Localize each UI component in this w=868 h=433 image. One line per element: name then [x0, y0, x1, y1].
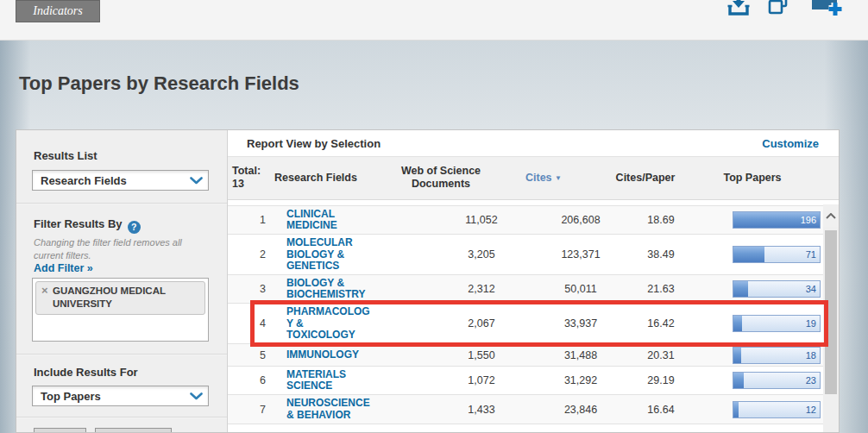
- scroll-up-icon[interactable]: [823, 204, 839, 227]
- results-list-select[interactable]: Research Fields: [32, 170, 209, 191]
- rank-cell: 6: [228, 374, 266, 386]
- vertical-scrollbar[interactable]: [823, 204, 839, 432]
- table-row: 4 PHARMACOLOGY & TOXICOLOGY 2,067 33,937…: [228, 304, 825, 344]
- rank-cell: 1: [228, 214, 266, 226]
- table-row: 3 BIOLOGY & BIOCHEMISTRY 2,312 50,011 21…: [228, 275, 825, 304]
- research-field-link[interactable]: MOLECULAR BIOLOGY & GENETICS: [286, 237, 373, 272]
- research-field-link[interactable]: MATERIALS SCIENCE: [286, 369, 373, 392]
- chevron-down-icon: [184, 392, 208, 400]
- research-field-link[interactable]: NEUROSCIENCE & BEHAVIOR: [286, 398, 373, 420]
- customize-link[interactable]: Customize: [762, 137, 819, 150]
- print-icon[interactable]: [767, 0, 790, 23]
- research-field-link[interactable]: PHARMACOLOGY & TOXICOLOGY: [286, 306, 373, 341]
- cites-per-paper-cell: 18.69: [618, 214, 704, 226]
- sidebar-button[interactable]: [95, 428, 172, 433]
- results-list-value: Research Fields: [33, 174, 184, 187]
- research-field-link[interactable]: BIOLOGY & BIOCHEMISTRY: [286, 278, 373, 300]
- scrollbar-thumb[interactable]: [825, 230, 837, 394]
- report-view-header: Report View by Selection Customize: [228, 130, 839, 157]
- table-row: 5 IMMUNOLOGY 1,550 31,488 20.31 18: [228, 344, 825, 367]
- cites-label: Cites: [525, 172, 552, 184]
- research-field-link[interactable]: CLINICAL MEDICINE: [286, 209, 373, 231]
- top-papers-bar: 23: [733, 372, 821, 389]
- top-papers-value: 23: [806, 375, 816, 386]
- download-icon[interactable]: [727, 0, 750, 23]
- top-papers-value: 71: [806, 249, 816, 260]
- filter-results-heading: Filter Results By?: [34, 217, 141, 234]
- wos-documents-cell: 2,312: [438, 283, 525, 295]
- cites-per-paper-cell: 21.63: [618, 283, 704, 295]
- page-title: Top Papers by Research Fields: [19, 72, 299, 95]
- chevron-down-icon: [184, 177, 208, 185]
- top-papers-bar-fill: [733, 316, 742, 331]
- column-cites-paper: Cites/Paper: [594, 172, 697, 185]
- divider: [16, 417, 227, 418]
- wos-documents-cell: 1,433: [438, 404, 525, 416]
- top-papers-value: 18: [806, 350, 816, 361]
- table-body: 1 CLINICAL MEDICINE 11,052 206,608 18.69…: [228, 205, 825, 424]
- cites-per-paper-cell: 16.64: [618, 404, 704, 416]
- top-papers-value: 34: [806, 284, 816, 294]
- help-icon[interactable]: ?: [128, 221, 141, 234]
- column-wos-documents: Web of Science Documents: [389, 165, 493, 191]
- cites-cell: 33,937: [538, 317, 624, 329]
- top-papers-bar-fill: [733, 348, 741, 363]
- include-results-value: Top Papers: [33, 390, 184, 403]
- rank-cell: 4: [228, 317, 266, 329]
- research-field-link[interactable]: IMMUNOLOGY: [286, 349, 373, 361]
- rank-cell: 3: [228, 283, 266, 295]
- include-results-select[interactable]: Top Papers: [32, 386, 209, 406]
- top-papers-bar: 71: [733, 246, 821, 263]
- cites-per-paper-cell: 20.31: [618, 349, 704, 361]
- cites-cell: 23,846: [538, 404, 624, 416]
- divider: [16, 203, 227, 204]
- top-papers-bar: 196: [733, 211, 821, 229]
- wos-documents-cell: 2,067: [438, 317, 525, 329]
- remove-filter-icon[interactable]: ×: [41, 284, 48, 298]
- cites-cell: 123,371: [538, 248, 624, 260]
- cites-cell: 206,608: [538, 214, 624, 226]
- top-papers-bar: 18: [733, 347, 821, 364]
- report-view-title: Report View by Selection: [247, 137, 381, 150]
- table-row: 2 MOLECULAR BIOLOGY & GENETICS 3,205 123…: [228, 235, 825, 275]
- include-results-heading: Include Results For: [34, 366, 138, 379]
- filter-tag-label: GUANGZHOU MEDICAL UNIVERSITY: [53, 286, 166, 309]
- top-papers-bar-fill: [733, 373, 744, 388]
- top-papers-bar-fill: [733, 247, 764, 262]
- column-top-papers: Top Papers: [701, 172, 804, 185]
- rank-cell: 7: [228, 404, 266, 416]
- cites-per-paper-cell: 29.19: [618, 374, 704, 386]
- filter-list-box: × GUANGZHOU MEDICAL UNIVERSITY: [32, 278, 209, 342]
- wos-documents-cell: 11,052: [438, 214, 525, 226]
- column-header-row: Total: 13 Research Fields Web of Science…: [228, 157, 839, 200]
- filter-tag[interactable]: × GUANGZHOU MEDICAL UNIVERSITY: [35, 281, 205, 315]
- results-list-heading: Results List: [34, 149, 97, 162]
- tab-indicators[interactable]: Indicators: [16, 0, 100, 22]
- top-papers-bar-fill: [733, 281, 748, 297]
- column-research-fields: Research Fields: [264, 172, 368, 185]
- table-row: 1 CLINICAL MEDICINE 11,052 206,608 18.69…: [228, 205, 825, 235]
- cites-per-paper-cell: 16.42: [618, 317, 704, 329]
- filter-results-label: Filter Results By: [34, 217, 123, 230]
- content-panel: Results List Research Fields Filter Resu…: [16, 129, 840, 433]
- add-report-icon[interactable]: [812, 0, 843, 23]
- table-row: 7 NEUROSCIENCE & BEHAVIOR 1,433 23,846 1…: [228, 395, 825, 424]
- sidebar-button[interactable]: [34, 428, 86, 433]
- total-label: Total:: [232, 165, 268, 179]
- column-cites-sort[interactable]: Cites ▼: [492, 172, 595, 185]
- cites-cell: 31,488: [538, 349, 624, 361]
- column-total: Total: 13: [232, 165, 268, 191]
- top-papers-value: 19: [806, 318, 816, 329]
- top-papers-bar: 19: [733, 315, 821, 332]
- wos-documents-cell: 1,072: [438, 374, 525, 386]
- add-filter-link[interactable]: Add Filter »: [34, 262, 93, 274]
- top-papers-bar-fill: [733, 402, 739, 417]
- top-papers-bar: 12: [733, 401, 821, 418]
- rank-cell: 2: [228, 248, 266, 260]
- cites-per-paper-cell: 38.49: [618, 248, 704, 260]
- top-papers-value: 12: [806, 405, 816, 415]
- wos-documents-cell: 3,205: [438, 248, 525, 260]
- rank-cell: 5: [228, 349, 266, 361]
- report-table: Report View by Selection Customize Total…: [228, 130, 839, 432]
- cites-cell: 31,292: [538, 374, 624, 386]
